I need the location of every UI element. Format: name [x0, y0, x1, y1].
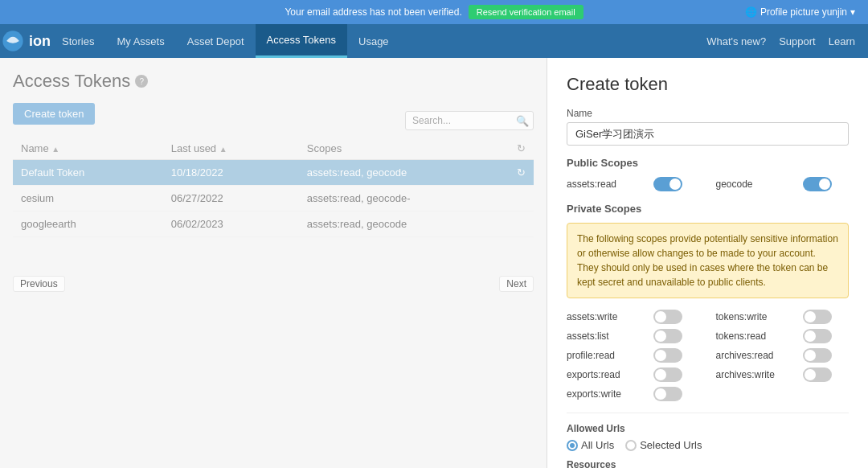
private-scope-tokens:read: tokens:read [716, 329, 850, 343]
allowed-urls-label: Allowed Urls [567, 423, 849, 434]
table-row[interactable]: Default Token 10/18/2022 assets:read, ge… [13, 160, 534, 186]
scope-label-archives:write: archives:write [716, 369, 796, 380]
token-name-input[interactable] [567, 122, 849, 146]
toggle-profile:read[interactable] [653, 348, 682, 363]
table-row[interactable]: googleearth 06/02/2023 assets:read, geoc… [13, 211, 534, 237]
private-scopes-warning: The following scopes provide potentially… [567, 223, 849, 298]
prev-page-button[interactable]: Previous [13, 276, 65, 292]
create-token-title: Create token [567, 74, 849, 95]
search-area: 🔍 [405, 111, 534, 130]
cesium-logo: ion [0, 29, 51, 53]
scope-label-exports:read: exports:read [567, 369, 647, 380]
pagination-area: Previous Next [13, 269, 534, 298]
logo-ion-text: ion [29, 33, 51, 50]
sort-icon-lastused[interactable]: ▲ [219, 145, 227, 154]
scope-label-assets:list: assets:list [567, 330, 647, 342]
search-icon: 🔍 [516, 115, 529, 127]
divider-urls [567, 413, 849, 413]
nav-right: What's new? Support Learn [706, 35, 868, 47]
right-panel: Create token Name Public Scopes assets:r… [547, 58, 868, 468]
search-input[interactable] [405, 111, 534, 130]
notification-bar: Your email address has not been verified… [0, 0, 868, 24]
table-row[interactable]: cesium 06/27/2022 assets:read, geocode- [13, 186, 534, 211]
private-scope-tokens:write: tokens:write [716, 310, 850, 324]
scope-label-tokens:write: tokens:write [716, 311, 796, 322]
nav-my-assets[interactable]: My Assets [105, 24, 175, 58]
refresh-icon[interactable]: ↻ [517, 142, 526, 154]
profile-icon: 🌐 [745, 6, 757, 18]
page-title-text: Access Tokens [13, 71, 130, 92]
col-name: Name ▲ [13, 138, 163, 160]
private-scope-assets:list: assets:list [567, 329, 700, 343]
chevron-down-icon: ▾ [850, 6, 855, 18]
toggle-tokens:read[interactable] [803, 329, 832, 343]
edit-icon[interactable]: ↻ [517, 166, 526, 179]
col-last-used: Last used ▲ [163, 138, 299, 160]
public-scopes-label: Public Scopes [567, 157, 849, 169]
token-lastused-cell: 06/02/2023 [163, 211, 299, 237]
scope-label-profile:read: profile:read [567, 350, 647, 361]
page-container: Access Tokens ? Create token 🔍 Name ▲ La… [0, 58, 868, 468]
nav-learn[interactable]: Learn [829, 35, 855, 47]
tokens-table: Name ▲ Last used ▲ Scopes ↻ Default Toke… [13, 138, 534, 237]
toggle-assets:list[interactable] [653, 329, 682, 343]
public-scope-geocode: geocode [716, 177, 850, 191]
token-scopes-cell: assets:read, geocode [299, 211, 534, 237]
allowed-urls-radio-group: All Urls Selected Urls [567, 439, 849, 451]
col-scopes: Scopes ↻ [299, 138, 534, 160]
main-nav: ion Stories My Assets Asset Depot Access… [0, 24, 868, 58]
verify-email-button[interactable]: Resend verification email [469, 5, 583, 19]
token-scopes-cell: assets:read, geocode↻ [299, 160, 534, 186]
nav-usage[interactable]: Usage [347, 24, 400, 58]
toggle-archives:write[interactable] [803, 367, 832, 382]
scope-label-exports:write: exports:write [567, 388, 647, 400]
scope-label-assets:read: assets:read [567, 179, 647, 190]
public-scope-assets:read: assets:read [567, 177, 700, 191]
sort-icon-name[interactable]: ▲ [51, 145, 59, 154]
left-panel: Access Tokens ? Create token 🔍 Name ▲ La… [0, 58, 547, 468]
toggle-tokens:write[interactable] [803, 310, 832, 324]
page-title: Access Tokens ? [13, 71, 534, 92]
toggle-archives:read[interactable] [803, 348, 832, 363]
scope-label-tokens:read: tokens:read [716, 330, 796, 342]
toggle-exports:read[interactable] [653, 367, 682, 382]
radio-dot [625, 440, 637, 451]
profile-area[interactable]: 🌐 Profile picture yunjin ▾ [745, 6, 855, 18]
toggle-assets:write[interactable] [653, 310, 682, 324]
public-scopes-grid: assets:read geocode [567, 177, 849, 191]
nav-links: Stories My Assets Asset Depot Access Tok… [51, 24, 400, 58]
help-icon[interactable]: ? [135, 75, 148, 88]
private-scope-assets:write: assets:write [567, 310, 700, 324]
token-name-cell: cesium [13, 186, 163, 211]
nav-support[interactable]: Support [779, 35, 816, 47]
private-scope-archives:read: archives:read [716, 348, 850, 363]
nav-access-tokens[interactable]: Access Tokens [256, 24, 347, 58]
token-scopes-cell: assets:read, geocode- [299, 186, 534, 211]
radio-url-selected-urls[interactable]: Selected Urls [625, 439, 702, 451]
nav-stories[interactable]: Stories [51, 24, 105, 58]
toggle-exports:write[interactable] [653, 387, 682, 401]
token-lastused-cell: 06/27/2022 [163, 186, 299, 211]
private-scope-archives:write: archives:write [716, 367, 850, 382]
private-scopes-grid: assets:write tokens:write assets:list to… [567, 310, 849, 401]
notification-text: Your email address has not been verified… [285, 6, 461, 18]
create-token-button[interactable]: Create token [13, 103, 95, 125]
profile-label: Profile picture yunjin [760, 6, 847, 18]
token-name-cell: googleearth [13, 211, 163, 237]
scope-label-geocode: geocode [716, 179, 796, 190]
nav-whats-new[interactable]: What's new? [706, 35, 766, 47]
token-lastused-cell: 10/18/2022 [163, 160, 299, 186]
scope-label-assets:write: assets:write [567, 311, 647, 322]
resources-label: Resources [567, 459, 849, 468]
radio-url-all-urls[interactable]: All Urls [567, 439, 614, 451]
radio-dot [567, 440, 578, 451]
toggle-assets:read[interactable] [653, 177, 682, 191]
private-scope-profile:read: profile:read [567, 348, 700, 363]
private-scope-exports:read: exports:read [567, 367, 700, 382]
token-name-cell: Default Token [13, 160, 163, 186]
private-scope-exports:write: exports:write [567, 387, 700, 401]
toggle-geocode[interactable] [803, 177, 832, 191]
nav-asset-depot[interactable]: Asset Depot [176, 24, 256, 58]
cesium-logo-icon [0, 29, 26, 53]
next-page-button[interactable]: Next [499, 276, 534, 292]
